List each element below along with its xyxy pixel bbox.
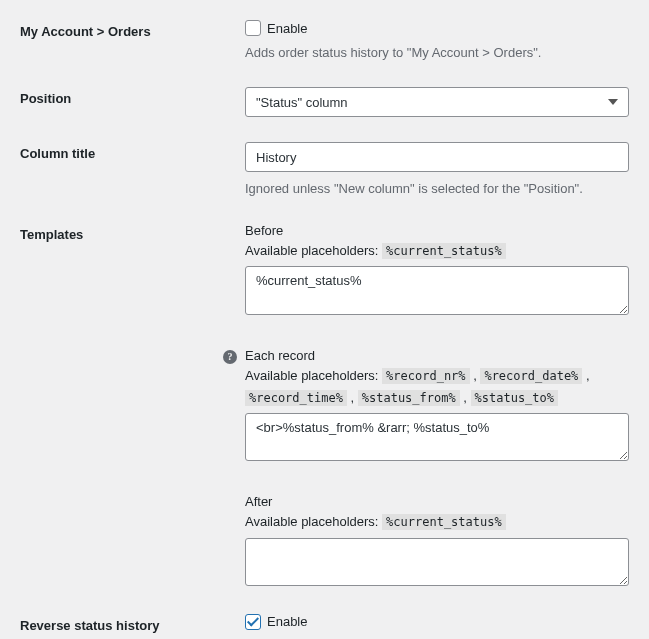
my-account-orders-label: My Account > Orders bbox=[20, 24, 151, 39]
enable-label: Enable bbox=[267, 614, 307, 629]
field-col: Enable Adds order status history to "My … bbox=[245, 20, 629, 62]
template-after-title: After bbox=[245, 494, 629, 509]
row-templates: Templates Before Available placeholders:… bbox=[20, 213, 629, 604]
placeholder-code: %status_from% bbox=[358, 390, 460, 406]
position-select[interactable]: "Status" column bbox=[245, 87, 629, 117]
column-title-input[interactable] bbox=[245, 142, 629, 172]
template-each-record-title: Each record bbox=[245, 348, 629, 363]
help-icon[interactable]: ? bbox=[223, 350, 237, 364]
row-position: Position "Status" column bbox=[20, 77, 629, 132]
settings-form: My Account > Orders Enable Adds order st… bbox=[20, 10, 629, 639]
label-col: Reverse status history bbox=[20, 614, 245, 633]
row-reverse-history: Reverse status history Enable bbox=[20, 604, 629, 639]
enable-label: Enable bbox=[267, 21, 307, 36]
column-title-label: Column title bbox=[20, 146, 95, 161]
my-account-orders-description: Adds order status history to "My Account… bbox=[245, 44, 629, 62]
reverse-history-label: Reverse status history bbox=[20, 618, 159, 633]
template-before-block: Before Available placeholders: %current_… bbox=[245, 223, 629, 317]
enable-checkbox-wrapper: Enable bbox=[245, 20, 629, 36]
reverse-history-enable-checkbox[interactable] bbox=[245, 614, 261, 630]
enable-checkbox-wrapper: Enable bbox=[245, 614, 629, 630]
templates-label: Templates bbox=[20, 227, 83, 242]
placeholder-code: %record_date% bbox=[480, 368, 582, 384]
template-before-placeholders: Available placeholders: %current_status% bbox=[245, 240, 629, 262]
placeholder-code: %current_status% bbox=[382, 514, 506, 530]
field-col: Before Available placeholders: %current_… bbox=[245, 223, 629, 589]
placeholder-prefix: Available placeholders: bbox=[245, 368, 382, 383]
template-each-record-placeholders: Available placeholders: %record_nr% , %r… bbox=[245, 365, 629, 409]
field-col: "Status" column bbox=[245, 87, 629, 117]
placeholder-code: %record_nr% bbox=[382, 368, 469, 384]
my-account-orders-enable-checkbox[interactable] bbox=[245, 20, 261, 36]
template-before-title: Before bbox=[245, 223, 629, 238]
placeholder-code: %status_to% bbox=[471, 390, 558, 406]
template-each-record-block: ? Each record Available placeholders: %r… bbox=[245, 348, 629, 465]
template-after-placeholders: Available placeholders: %current_status% bbox=[245, 511, 629, 533]
field-col: Ignored unless "New column" is selected … bbox=[245, 142, 629, 198]
placeholder-code: %current_status% bbox=[382, 243, 506, 259]
template-after-textarea[interactable] bbox=[245, 538, 629, 586]
label-col: Column title bbox=[20, 142, 245, 161]
placeholder-prefix: Available placeholders: bbox=[245, 514, 382, 529]
label-col: Position bbox=[20, 87, 245, 106]
placeholder-prefix: Available placeholders: bbox=[245, 243, 382, 258]
field-col: Enable bbox=[245, 614, 629, 630]
template-before-textarea[interactable] bbox=[245, 266, 629, 314]
label-col: My Account > Orders bbox=[20, 20, 245, 39]
row-my-account-orders: My Account > Orders Enable Adds order st… bbox=[20, 10, 629, 77]
template-each-record-textarea[interactable] bbox=[245, 413, 629, 461]
placeholder-code: %record_time% bbox=[245, 390, 347, 406]
label-col: Templates bbox=[20, 223, 245, 242]
row-column-title: Column title Ignored unless "New column"… bbox=[20, 132, 629, 213]
position-label: Position bbox=[20, 91, 71, 106]
template-after-block: After Available placeholders: %current_s… bbox=[245, 494, 629, 588]
column-title-description: Ignored unless "New column" is selected … bbox=[245, 180, 629, 198]
